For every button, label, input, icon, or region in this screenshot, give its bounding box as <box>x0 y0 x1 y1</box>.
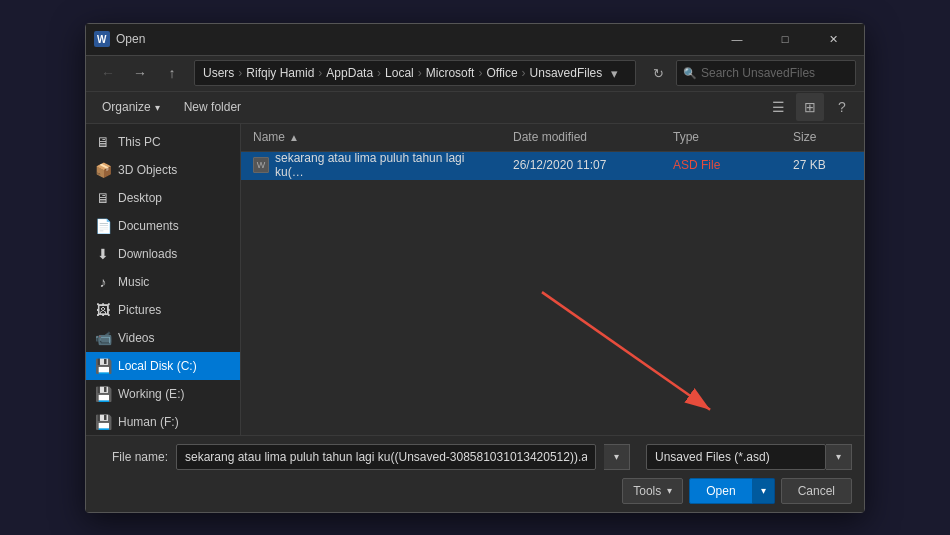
maximize-button[interactable]: □ <box>762 25 808 53</box>
toolbar-right: ☰ ⊞ ? <box>764 93 856 121</box>
localc-icon: 💾 <box>94 357 112 375</box>
file-size-cell: 27 KB <box>781 158 864 172</box>
sidebar-label-desktop: Desktop <box>118 191 162 205</box>
sidebar-label-localc: Local Disk (C:) <box>118 359 197 373</box>
downloads-icon: ⬇ <box>94 245 112 263</box>
sidebar-item-thispc[interactable]: 🖥 This PC <box>86 128 240 156</box>
breadcrumb-appdata[interactable]: AppData <box>326 66 373 80</box>
sidebar-label-thispc: This PC <box>118 135 161 149</box>
header-size[interactable]: Size <box>781 124 864 151</box>
sidebar-label-downloads: Downloads <box>118 247 177 261</box>
tools-label: Tools <box>633 484 661 498</box>
tools-dropdown-icon: ▾ <box>667 485 672 496</box>
filename-dropdown-button[interactable]: ▾ <box>604 444 630 470</box>
music-icon: ♪ <box>94 273 112 291</box>
sidebar-item-pictures[interactable]: 🖼 Pictures <box>86 296 240 324</box>
search-icon: 🔍 <box>683 67 697 80</box>
documents-icon: 📄 <box>94 217 112 235</box>
open-button-group: Open ▾ <box>689 478 774 504</box>
sidebar-item-localc[interactable]: 💾 Local Disk (C:) <box>86 352 240 380</box>
filetype-dropdown-button[interactable]: ▾ <box>826 444 852 470</box>
new-folder-button[interactable]: New folder <box>176 98 249 116</box>
breadcrumb-local[interactable]: Local <box>385 66 414 80</box>
breadcrumb-users[interactable]: Users <box>203 66 234 80</box>
search-box: 🔍 Search UnsavedFiles <box>676 60 856 86</box>
filetype-input[interactable] <box>646 444 826 470</box>
breadcrumb-bar: Users › Rifqiy Hamid › AppData › Local ›… <box>194 60 636 86</box>
tools-button[interactable]: Tools ▾ <box>622 478 683 504</box>
file-items: W sekarang atau lima puluh tahun lagi ku… <box>241 152 864 435</box>
breadcrumb-dropdown-button[interactable]: ▾ <box>604 60 624 86</box>
sidebar-label-workinge: Working (E:) <box>118 387 184 401</box>
sidebar-item-downloads[interactable]: ⬇ Downloads <box>86 240 240 268</box>
thispc-icon: 🖥 <box>94 133 112 151</box>
view-tiles-button[interactable]: ⊞ <box>796 93 824 121</box>
sidebar-label-videos: Videos <box>118 331 154 345</box>
back-button[interactable]: ← <box>94 59 122 87</box>
file-date-cell: 26/12/2020 11:07 <box>501 158 661 172</box>
sidebar-item-videos[interactable]: 📹 Videos <box>86 324 240 352</box>
breadcrumb-microsoft[interactable]: Microsoft <box>426 66 475 80</box>
sidebar-label-3dobjects: 3D Objects <box>118 163 177 177</box>
desktop-icon: 🖥 <box>94 189 112 207</box>
titlebar-buttons: — □ ✕ <box>714 25 856 53</box>
actions-row: Tools ▾ Open ▾ Cancel <box>98 478 852 504</box>
refresh-button[interactable]: ↻ <box>644 59 672 87</box>
view-details-button[interactable]: ☰ <box>764 93 792 121</box>
content-area: 🖥 This PC 📦 3D Objects 🖥 Desktop 📄 Docum… <box>86 124 864 435</box>
navbar: ← → ↑ Users › Rifqiy Hamid › AppData › L… <box>86 56 864 92</box>
file-icon: W <box>253 157 269 173</box>
svg-text:W: W <box>97 34 107 45</box>
cancel-button[interactable]: Cancel <box>781 478 852 504</box>
table-row[interactable]: W sekarang atau lima puluh tahun lagi ku… <box>241 152 864 180</box>
organize-dropdown-icon: ▾ <box>155 102 160 113</box>
file-type-cell: ASD File <box>661 158 781 172</box>
humanf-icon: 💾 <box>94 413 112 431</box>
sidebar-item-3dobjects[interactable]: 📦 3D Objects <box>86 156 240 184</box>
dialog-title: Open <box>116 32 714 46</box>
file-list: Name ▲ Date modified Type Size <box>241 124 864 435</box>
file-size: 27 KB <box>793 158 826 172</box>
file-date: 26/12/2020 11:07 <box>513 158 606 172</box>
sidebar-item-music[interactable]: ♪ Music <box>86 268 240 296</box>
breadcrumb-unsavedfiles[interactable]: UnsavedFiles <box>530 66 603 80</box>
word-icon: W <box>94 31 110 47</box>
header-date[interactable]: Date modified <box>501 124 661 151</box>
help-button[interactable]: ? <box>828 93 856 121</box>
titlebar: W Open — □ ✕ <box>86 24 864 56</box>
file-list-header: Name ▲ Date modified Type Size <box>241 124 864 152</box>
organize-label: Organize <box>102 100 151 114</box>
sidebar-label-music: Music <box>118 275 149 289</box>
close-button[interactable]: ✕ <box>810 25 856 53</box>
up-button[interactable]: ↑ <box>158 59 186 87</box>
open-dialog: W Open — □ ✕ ← → ↑ Users › Rifqiy Hamid … <box>85 23 865 513</box>
minimize-button[interactable]: — <box>714 25 760 53</box>
sidebar-item-workinge[interactable]: 💾 Working (E:) <box>86 380 240 408</box>
filename-label: File name: <box>98 450 168 464</box>
open-button[interactable]: Open <box>689 478 752 504</box>
breadcrumb-office[interactable]: Office <box>486 66 517 80</box>
filename-row: File name: ▾ ▾ <box>98 444 852 470</box>
forward-button[interactable]: → <box>126 59 154 87</box>
breadcrumb-rifqiy[interactable]: Rifqiy Hamid <box>246 66 314 80</box>
sort-icon: ▲ <box>289 132 299 143</box>
sidebar-item-desktop[interactable]: 🖥 Desktop <box>86 184 240 212</box>
workinge-icon: 💾 <box>94 385 112 403</box>
sidebar-label-documents: Documents <box>118 219 179 233</box>
open-dropdown-button[interactable]: ▾ <box>753 478 775 504</box>
organize-button[interactable]: Organize ▾ <box>94 98 168 116</box>
search-placeholder[interactable]: Search UnsavedFiles <box>701 66 815 80</box>
pictures-icon: 🖼 <box>94 301 112 319</box>
filetype-row: ▾ <box>646 444 852 470</box>
header-type[interactable]: Type <box>661 124 781 151</box>
toolbar: Organize ▾ New folder ☰ ⊞ ? <box>86 92 864 124</box>
sidebar-item-humanf[interactable]: 💾 Human (F:) <box>86 408 240 435</box>
videos-icon: 📹 <box>94 329 112 347</box>
filename-input[interactable] <box>176 444 596 470</box>
sidebar: 🖥 This PC 📦 3D Objects 🖥 Desktop 📄 Docum… <box>86 124 241 435</box>
sidebar-label-humanf: Human (F:) <box>118 415 179 429</box>
sidebar-label-pictures: Pictures <box>118 303 161 317</box>
sidebar-item-documents[interactable]: 📄 Documents <box>86 212 240 240</box>
header-name[interactable]: Name ▲ <box>241 124 501 151</box>
file-name-cell: W sekarang atau lima puluh tahun lagi ku… <box>241 152 501 180</box>
